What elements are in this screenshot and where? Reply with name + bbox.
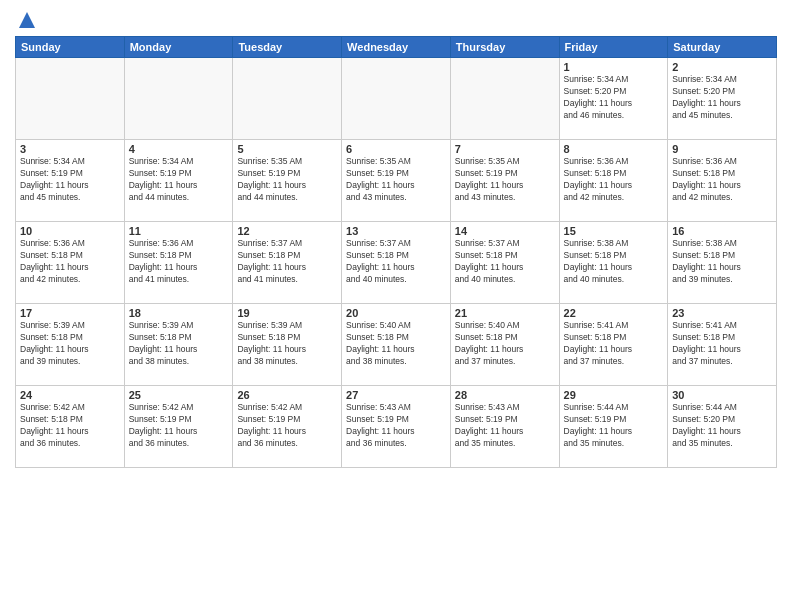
day-info: Sunrise: 5:41 AMSunset: 5:18 PMDaylight:… — [672, 320, 772, 368]
calendar-cell: 8Sunrise: 5:36 AMSunset: 5:18 PMDaylight… — [559, 140, 668, 222]
day-number: 16 — [672, 225, 772, 237]
day-info: Sunrise: 5:44 AMSunset: 5:19 PMDaylight:… — [564, 402, 664, 450]
day-info: Sunrise: 5:42 AMSunset: 5:19 PMDaylight:… — [129, 402, 229, 450]
calendar-cell: 21Sunrise: 5:40 AMSunset: 5:18 PMDayligh… — [450, 304, 559, 386]
day-number: 14 — [455, 225, 555, 237]
day-number: 7 — [455, 143, 555, 155]
day-number: 21 — [455, 307, 555, 319]
calendar-cell: 20Sunrise: 5:40 AMSunset: 5:18 PMDayligh… — [342, 304, 451, 386]
header-wednesday: Wednesday — [342, 37, 451, 58]
day-info: Sunrise: 5:44 AMSunset: 5:20 PMDaylight:… — [672, 402, 772, 450]
calendar-cell: 16Sunrise: 5:38 AMSunset: 5:18 PMDayligh… — [668, 222, 777, 304]
calendar-cell: 27Sunrise: 5:43 AMSunset: 5:19 PMDayligh… — [342, 386, 451, 468]
day-info: Sunrise: 5:42 AMSunset: 5:19 PMDaylight:… — [237, 402, 337, 450]
day-info: Sunrise: 5:38 AMSunset: 5:18 PMDaylight:… — [672, 238, 772, 286]
calendar-cell: 18Sunrise: 5:39 AMSunset: 5:18 PMDayligh… — [124, 304, 233, 386]
header — [15, 10, 777, 30]
week-row-3: 17Sunrise: 5:39 AMSunset: 5:18 PMDayligh… — [16, 304, 777, 386]
header-friday: Friday — [559, 37, 668, 58]
day-info: Sunrise: 5:36 AMSunset: 5:18 PMDaylight:… — [672, 156, 772, 204]
calendar-cell: 15Sunrise: 5:38 AMSunset: 5:18 PMDayligh… — [559, 222, 668, 304]
day-info: Sunrise: 5:35 AMSunset: 5:19 PMDaylight:… — [237, 156, 337, 204]
day-number: 1 — [564, 61, 664, 73]
day-number: 13 — [346, 225, 446, 237]
day-info: Sunrise: 5:34 AMSunset: 5:20 PMDaylight:… — [564, 74, 664, 122]
day-info: Sunrise: 5:38 AMSunset: 5:18 PMDaylight:… — [564, 238, 664, 286]
header-thursday: Thursday — [450, 37, 559, 58]
day-info: Sunrise: 5:42 AMSunset: 5:18 PMDaylight:… — [20, 402, 120, 450]
day-info: Sunrise: 5:41 AMSunset: 5:18 PMDaylight:… — [564, 320, 664, 368]
day-number: 26 — [237, 389, 337, 401]
day-info: Sunrise: 5:40 AMSunset: 5:18 PMDaylight:… — [346, 320, 446, 368]
calendar-cell: 23Sunrise: 5:41 AMSunset: 5:18 PMDayligh… — [668, 304, 777, 386]
day-info: Sunrise: 5:43 AMSunset: 5:19 PMDaylight:… — [455, 402, 555, 450]
day-number: 28 — [455, 389, 555, 401]
day-number: 30 — [672, 389, 772, 401]
calendar-cell: 2Sunrise: 5:34 AMSunset: 5:20 PMDaylight… — [668, 58, 777, 140]
day-info: Sunrise: 5:36 AMSunset: 5:18 PMDaylight:… — [564, 156, 664, 204]
calendar-header-row: SundayMondayTuesdayWednesdayThursdayFrid… — [16, 37, 777, 58]
header-saturday: Saturday — [668, 37, 777, 58]
day-info: Sunrise: 5:39 AMSunset: 5:18 PMDaylight:… — [237, 320, 337, 368]
day-number: 29 — [564, 389, 664, 401]
calendar-cell: 5Sunrise: 5:35 AMSunset: 5:19 PMDaylight… — [233, 140, 342, 222]
calendar-cell: 10Sunrise: 5:36 AMSunset: 5:18 PMDayligh… — [16, 222, 125, 304]
day-info: Sunrise: 5:37 AMSunset: 5:18 PMDaylight:… — [455, 238, 555, 286]
logo-text — [15, 10, 37, 30]
day-number: 19 — [237, 307, 337, 319]
day-number: 10 — [20, 225, 120, 237]
calendar-cell: 28Sunrise: 5:43 AMSunset: 5:19 PMDayligh… — [450, 386, 559, 468]
day-number: 27 — [346, 389, 446, 401]
day-number: 8 — [564, 143, 664, 155]
calendar-cell: 7Sunrise: 5:35 AMSunset: 5:19 PMDaylight… — [450, 140, 559, 222]
week-row-4: 24Sunrise: 5:42 AMSunset: 5:18 PMDayligh… — [16, 386, 777, 468]
day-info: Sunrise: 5:37 AMSunset: 5:18 PMDaylight:… — [346, 238, 446, 286]
day-number: 20 — [346, 307, 446, 319]
day-number: 3 — [20, 143, 120, 155]
day-info: Sunrise: 5:34 AMSunset: 5:19 PMDaylight:… — [129, 156, 229, 204]
header-monday: Monday — [124, 37, 233, 58]
day-info: Sunrise: 5:36 AMSunset: 5:18 PMDaylight:… — [129, 238, 229, 286]
day-info: Sunrise: 5:34 AMSunset: 5:20 PMDaylight:… — [672, 74, 772, 122]
calendar-cell — [233, 58, 342, 140]
svg-marker-0 — [19, 12, 35, 28]
day-number: 15 — [564, 225, 664, 237]
calendar-cell: 4Sunrise: 5:34 AMSunset: 5:19 PMDaylight… — [124, 140, 233, 222]
calendar-table: SundayMondayTuesdayWednesdayThursdayFrid… — [15, 36, 777, 468]
calendar-cell — [16, 58, 125, 140]
calendar-cell: 14Sunrise: 5:37 AMSunset: 5:18 PMDayligh… — [450, 222, 559, 304]
day-number: 6 — [346, 143, 446, 155]
day-info: Sunrise: 5:39 AMSunset: 5:18 PMDaylight:… — [129, 320, 229, 368]
header-sunday: Sunday — [16, 37, 125, 58]
day-info: Sunrise: 5:43 AMSunset: 5:19 PMDaylight:… — [346, 402, 446, 450]
calendar-cell — [342, 58, 451, 140]
day-number: 12 — [237, 225, 337, 237]
calendar-cell: 3Sunrise: 5:34 AMSunset: 5:19 PMDaylight… — [16, 140, 125, 222]
calendar-cell — [450, 58, 559, 140]
day-info: Sunrise: 5:35 AMSunset: 5:19 PMDaylight:… — [455, 156, 555, 204]
day-number: 2 — [672, 61, 772, 73]
logo-icon — [17, 10, 37, 30]
day-number: 23 — [672, 307, 772, 319]
day-info: Sunrise: 5:39 AMSunset: 5:18 PMDaylight:… — [20, 320, 120, 368]
day-number: 25 — [129, 389, 229, 401]
day-number: 5 — [237, 143, 337, 155]
calendar-cell: 17Sunrise: 5:39 AMSunset: 5:18 PMDayligh… — [16, 304, 125, 386]
day-number: 17 — [20, 307, 120, 319]
day-number: 22 — [564, 307, 664, 319]
day-number: 24 — [20, 389, 120, 401]
calendar-cell: 1Sunrise: 5:34 AMSunset: 5:20 PMDaylight… — [559, 58, 668, 140]
calendar-cell: 25Sunrise: 5:42 AMSunset: 5:19 PMDayligh… — [124, 386, 233, 468]
day-info: Sunrise: 5:37 AMSunset: 5:18 PMDaylight:… — [237, 238, 337, 286]
calendar-cell: 9Sunrise: 5:36 AMSunset: 5:18 PMDaylight… — [668, 140, 777, 222]
calendar-cell: 22Sunrise: 5:41 AMSunset: 5:18 PMDayligh… — [559, 304, 668, 386]
calendar-cell: 19Sunrise: 5:39 AMSunset: 5:18 PMDayligh… — [233, 304, 342, 386]
week-row-2: 10Sunrise: 5:36 AMSunset: 5:18 PMDayligh… — [16, 222, 777, 304]
logo — [15, 10, 37, 30]
day-number: 18 — [129, 307, 229, 319]
day-number: 11 — [129, 225, 229, 237]
page: SundayMondayTuesdayWednesdayThursdayFrid… — [0, 0, 792, 612]
calendar-cell: 30Sunrise: 5:44 AMSunset: 5:20 PMDayligh… — [668, 386, 777, 468]
header-tuesday: Tuesday — [233, 37, 342, 58]
week-row-1: 3Sunrise: 5:34 AMSunset: 5:19 PMDaylight… — [16, 140, 777, 222]
